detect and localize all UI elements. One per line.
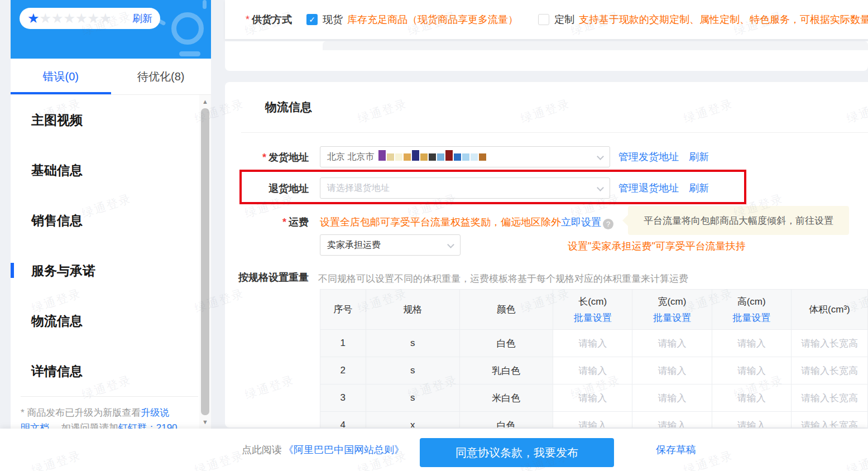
length-input[interactable]: 请输入 <box>553 330 632 357</box>
save-draft-link[interactable]: 保存草稿 <box>656 443 696 456</box>
upgrade-note: * 商品发布已升级为新版查看升级说 明文档， 如遇问题请加钉钉群：2190 <box>21 405 194 429</box>
tab-errors[interactable]: 错误(0) <box>11 59 111 94</box>
sidebar-item-sales-info[interactable]: 销售信息 <box>31 212 83 229</box>
batch-set-link[interactable]: 批量设置 <box>632 311 711 324</box>
batch-set-link[interactable]: 批量设置 <box>553 311 632 324</box>
censored-address-mosaic <box>378 153 486 161</box>
custom-made-checkbox[interactable] <box>538 14 549 25</box>
ship-address-refresh-link[interactable]: 刷新 <box>689 151 709 162</box>
star-icon[interactable]: ★ <box>75 11 88 26</box>
width-input[interactable]: 请输入 <box>632 412 712 428</box>
sidebar-item-main-media[interactable]: 主图视频 <box>31 112 83 128</box>
row-index-cell: 3 <box>320 385 366 412</box>
ship-address-label: *发货地址 <box>225 151 309 164</box>
mosaic-block <box>387 153 394 161</box>
height-input[interactable]: 请输入 <box>712 330 791 357</box>
section-title: 物流信息 <box>265 99 312 115</box>
color-cell: 乳白色 <box>459 357 553 385</box>
spot-goods-checkbox[interactable]: ✓ <box>306 14 318 25</box>
sidebar-item-detail-info[interactable]: 详情信息 <box>31 363 83 379</box>
dimension-column-header: 宽(cm)批量设置 <box>632 290 712 330</box>
color-cell: 白色 <box>459 330 553 357</box>
volume-input[interactable]: 请输入长宽高 <box>791 330 867 357</box>
freight-carrier-hint: 设置"卖家承担运费"可享受平台流量扶持 <box>568 239 746 253</box>
column-header-label: 宽(cm) <box>632 295 711 308</box>
height-input[interactable]: 请输入 <box>712 412 791 428</box>
spot-goods-desc: 库存充足商品（现货商品享更多流量） <box>347 13 518 26</box>
custom-made-label[interactable]: 定制 <box>554 13 574 26</box>
mosaic-block <box>378 150 386 161</box>
label-text: 按规格设置重量 <box>238 272 309 283</box>
custom-made-desc: 支持基于现款的交期定制、属性定制、特色服务，可根据实际数量 <box>579 13 868 26</box>
volume-input[interactable]: 请输入长宽高 <box>791 412 867 428</box>
read-terms-text: 点此阅读 <box>242 443 282 456</box>
volume-input[interactable]: 请输入长宽高 <box>791 357 867 385</box>
rating-refresh-link[interactable]: 刷新 <box>132 12 152 25</box>
mosaic-block <box>462 153 469 161</box>
label-text: 退货地址 <box>268 183 309 194</box>
volume-input[interactable]: 请输入长宽高 <box>791 385 867 412</box>
star-icon[interactable]: ★ <box>51 11 64 26</box>
length-input[interactable]: 请输入 <box>553 357 632 385</box>
sidebar-scrollbar[interactable]: ▲ ▼ <box>199 95 211 429</box>
row-index-cell: 1 <box>320 330 366 357</box>
star-icon[interactable]: ★ <box>64 11 76 26</box>
dingtalk-group-link[interactable]: 钉钉群：2190 <box>118 422 178 429</box>
mosaic-block <box>420 153 428 161</box>
width-input[interactable]: 请输入 <box>632 330 712 357</box>
supply-method-label: 供货方式 <box>252 13 292 26</box>
length-input[interactable]: 请输入 <box>553 385 632 412</box>
row-index-cell: 4 <box>320 412 366 428</box>
sidebar-item-logistics[interactable]: 物流信息 <box>31 313 83 329</box>
column-header-label: 长(cm) <box>553 295 632 308</box>
tooltip-arrow-icon <box>622 215 628 226</box>
scroll-down-icon[interactable]: ▼ <box>199 419 211 425</box>
ship-address-select[interactable]: 北京 北京市 <box>320 146 610 167</box>
star-icon[interactable]: ★ <box>27 11 40 26</box>
table-row: 4x白色请输入请输入请输入请输入长宽高 <box>320 412 868 428</box>
sidebar-item-service[interactable]: 服务与承诺 <box>31 262 95 279</box>
sidebar-item-basic-info[interactable]: 基础信息 <box>31 162 83 179</box>
star-icon[interactable]: ★ <box>99 11 112 26</box>
help-icon[interactable]: ? <box>603 219 613 229</box>
return-address-label: 退货地址 <box>225 182 309 195</box>
lightbulb-ray-icon <box>203 0 207 9</box>
star-icon[interactable]: ★ <box>88 11 100 26</box>
agreement-link[interactable]: 《阿里巴巴中国网站总则》 <box>284 443 404 456</box>
return-address-select[interactable]: 请选择退货地址 <box>320 177 610 199</box>
batch-set-link[interactable]: 批量设置 <box>712 311 791 324</box>
column-header-label: 高(cm) <box>712 295 791 308</box>
manage-return-address-link[interactable]: 管理退货地址 <box>618 182 679 194</box>
height-input[interactable]: 请输入 <box>712 385 791 412</box>
row-index-cell: 2 <box>320 357 366 385</box>
freight-carrier-select[interactable]: 卖家承担运费 设置"卖家承担运费"可享受平台流量扶持 <box>320 234 461 256</box>
freight-carrier-value: 卖家承担运费 <box>327 239 381 251</box>
publish-button[interactable]: 同意协议条款，我要发布 <box>420 438 614 467</box>
mosaic-block <box>412 150 419 161</box>
length-input[interactable]: 请输入 <box>553 412 632 428</box>
spot-goods-label[interactable]: 现货 <box>323 13 343 26</box>
mosaic-block <box>479 153 486 161</box>
manage-ship-address-link[interactable]: 管理发货地址 <box>618 151 679 162</box>
spec-cell: s <box>366 330 459 357</box>
scroll-up-icon[interactable]: ▲ <box>199 98 211 105</box>
upgrade-doc-link[interactable]: 明文档 <box>21 422 49 429</box>
height-input[interactable]: 请输入 <box>712 357 791 385</box>
scrollbar-thumb[interactable] <box>201 108 209 415</box>
supply-method-bar: * 供货方式 ✓ 现货 库存充足商品（现货商品享更多流量） 定制 支持基于现款的… <box>225 0 868 39</box>
sidebar-divider <box>21 396 198 397</box>
table-row: 1s白色请输入请输入请输入请输入长宽高 <box>320 330 868 357</box>
label-text: 运费 <box>289 217 309 228</box>
upgrade-doc-link[interactable]: 升级说 <box>141 407 169 418</box>
star-icon[interactable]: ★ <box>40 11 52 26</box>
mosaic-block <box>437 153 444 161</box>
mosaic-block <box>471 153 478 161</box>
freight-promo-text: 设置全店包邮可享受平台流量权益奖励，偏远地区除外 <box>320 217 561 228</box>
return-address-refresh-link[interactable]: 刷新 <box>689 182 709 194</box>
sidebar-rating-header: ★★★★★★★ 刷新 <box>11 0 211 59</box>
active-tab-underline <box>11 92 111 94</box>
width-input[interactable]: 请输入 <box>632 357 712 385</box>
setup-now-link[interactable]: 立即设置 <box>561 217 601 228</box>
tab-to-optimize[interactable]: 待优化(8) <box>111 59 212 94</box>
width-input[interactable]: 请输入 <box>632 385 712 412</box>
